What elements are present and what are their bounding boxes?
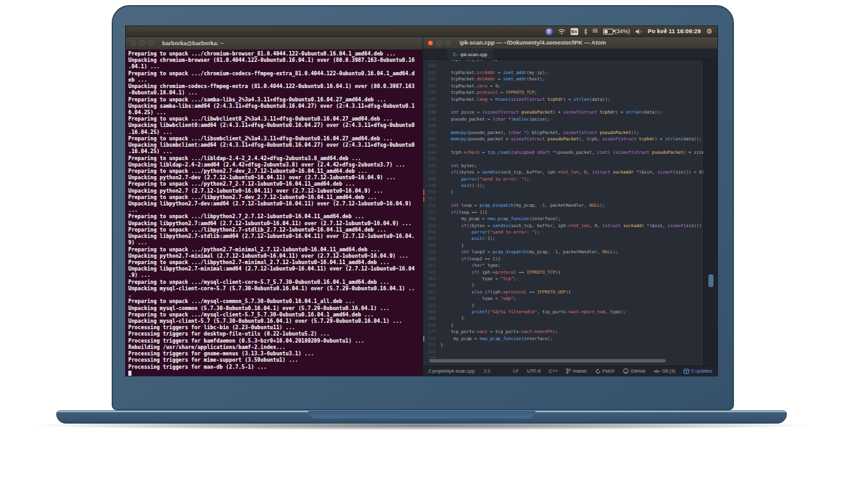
terminal-line: Preparing to unpack .../libsmbclient_2%3…: [128, 135, 421, 142]
keyboard-layout-indicator[interactable]: En: [571, 28, 578, 35]
code-line: 557············exit(-1);¬: [423, 235, 717, 242]
close-button[interactable]: [428, 40, 433, 46]
line-number: 559: [423, 249, 440, 255]
battery-indicator[interactable]: (34%): [603, 28, 630, 34]
code-editor[interactable]: 530····tcph->urg_ptr = 0;531····¬532····…: [423, 60, 717, 366]
code-line: 551¬: [423, 196, 717, 202]
terminal-titlebar[interactable]: barborka@barborka: ~: [126, 37, 422, 50]
terminal-line: Unpacking mysql-client-5.7 (5.7.30-0ubun…: [128, 318, 421, 324]
line-number: 541: [423, 130, 440, 136]
code-line: 564············}¬: [423, 282, 717, 288]
bluetooth-tray-item[interactable]: [583, 28, 588, 35]
terminal-line: .9) ...: [128, 272, 421, 278]
code-line: 547····if((bytes = sendto(sock_tcp, buff…: [423, 169, 717, 175]
gutter-change-marker: [423, 189, 424, 195]
terminal-line: Processing triggers for bamfdaemon (0.5.…: [128, 337, 421, 344]
tab-label: ipk-scan.cpp: [460, 52, 487, 57]
code-line: 536····tcpPacket.leng = htons(sizeof(str…: [423, 96, 717, 103]
line-number: 548: [423, 176, 440, 182]
code-line: 565············else if(iph->protocol == …: [423, 289, 717, 295]
code-line: 566················type = "udp";¬: [423, 295, 717, 302]
line-number: 562: [423, 269, 440, 276]
terminal-line: -0ubuntu0.16.04.1) ...: [128, 89, 421, 96]
maximize-button[interactable]: [445, 40, 451, 46]
session-menu[interactable]: ⚙: [706, 28, 712, 35]
line-number: 533: [423, 76, 440, 82]
code-line: 545····¬: [423, 156, 717, 162]
status-git-branch[interactable]: master: [566, 368, 587, 374]
code-line: 542····memcpy(pseudo_packet + sizeof(str…: [423, 136, 717, 142]
network-tray-item[interactable]: [558, 29, 565, 34]
line-number: 553: [423, 209, 440, 216]
line-number: 551: [423, 196, 440, 202]
terminal-line: Processing triggers for desktop-file-uti…: [128, 330, 421, 337]
line-number: 561: [423, 262, 440, 269]
terminal-line: .16.04.25) ...: [128, 129, 421, 135]
laptop-lid-notch: [308, 411, 535, 419]
terminal-output[interactable]: Preparing to unpack .../chromium-browser…: [126, 50, 422, 376]
status-cursor-position[interactable]: 1:1: [484, 368, 490, 374]
vertical-scrollbar-thumb[interactable]: [708, 274, 714, 287]
terminal-line: .04.1) ...: [128, 63, 421, 70]
line-number: 539: [423, 116, 440, 122]
cpp-file-icon: C-: [453, 52, 458, 57]
line-number: 560: [423, 256, 440, 262]
line-number: 552: [423, 202, 440, 209]
volume-indicator[interactable]: [635, 29, 643, 34]
status-grammar[interactable]: C++: [549, 368, 558, 374]
terminal-line: Preparing to unpack .../libpython2.7_2.7…: [128, 213, 421, 219]
terminal-line: Unpacking chromium-browser (81.0.4044.12…: [128, 57, 421, 63]
close-button[interactable]: [130, 40, 136, 46]
status-line-ending[interactable]: LF: [513, 368, 519, 374]
atom-titlebar[interactable]: ipk-scan.cpp — ~/Dokumenty/4.semester/IP…: [423, 37, 717, 49]
status-fetch-button[interactable]: Fetch: [595, 368, 615, 374]
status-file-path[interactable]: 2.projekt/ipk-scan.cpp: [428, 368, 475, 374]
branch-icon: [566, 368, 571, 374]
line-number: 544: [423, 149, 440, 156]
code-line: 556············perror("send to error: ")…: [423, 229, 717, 235]
code-line: 561············char* type;¬: [423, 262, 717, 269]
line-number: 556: [423, 229, 440, 235]
line-number: 568: [423, 309, 440, 315]
line-number: 534: [423, 83, 440, 89]
code-line: 539····pseudo_packet = (char *)malloc(ps…: [423, 116, 717, 122]
tab-ipk-scan[interactable]: C- ipk-scan.cpp: [447, 49, 493, 59]
code-line: 552····int loop = pcap_dispatch(my_pcap,…: [423, 202, 717, 209]
terminal-line: Preparing to unpack .../chromium-browser…: [128, 50, 421, 57]
clock-indicator[interactable]: Po kvě 11 16:09:29: [648, 28, 701, 34]
teams-tray-item[interactable]: T: [546, 28, 553, 35]
code-line: 567············}¬: [423, 302, 717, 309]
terminal-line: Unpacking libpython2.7-dev:amd64 (2.7.12…: [128, 200, 421, 207]
line-number: 542: [423, 136, 440, 142]
windows-row: barborka@barborka: ~ Preparing to unpack…: [126, 37, 717, 376]
terminal-window: barborka@barborka: ~ Preparing to unpack…: [126, 37, 423, 376]
git-commit-icon: [654, 369, 660, 373]
minimize-button[interactable]: [437, 40, 442, 46]
code-line: 540····¬: [423, 122, 717, 129]
code-line: 574¬: [423, 349, 717, 355]
status-github-button[interactable]: GitHub: [623, 368, 645, 374]
line-number: 545: [423, 156, 440, 162]
sync-icon: [595, 369, 601, 374]
horizontal-scrollbar-thumb[interactable]: [430, 359, 666, 362]
status-git-changes[interactable]: Git (3): [654, 368, 675, 374]
maximize-button[interactable]: [148, 40, 154, 46]
minimize-button[interactable]: [139, 40, 145, 46]
status-encoding[interactable]: UTF-8: [527, 368, 541, 374]
line-number: 546: [423, 163, 440, 169]
line-number: 571: [423, 329, 440, 335]
mail-tray-item[interactable]: ✉: [593, 28, 598, 34]
gutter-change-marker: [423, 196, 424, 202]
terminal-line: Unpacking mysql-common (5.7.30-0ubuntu0.…: [128, 305, 421, 311]
line-number: 566: [423, 295, 440, 302]
terminal-line: Preparing to unpack .../libldap-2.4-2_2.…: [128, 155, 421, 161]
terminal-line: Processing triggers for libc-bin (2.23-0…: [128, 324, 421, 330]
terminal-line: ...: [128, 207, 421, 213]
status-updates-button[interactable]: 5 updates: [684, 368, 712, 374]
code-line: 559········int loop2 = pcap_dispatch(my_…: [423, 249, 717, 255]
line-number: 540: [423, 122, 440, 129]
line-number: 565: [423, 289, 440, 295]
code-line: 563················type = "tcp";¬: [423, 276, 717, 282]
code-line: 570····}¬: [423, 322, 717, 329]
code-line: 573}¬: [423, 342, 717, 348]
